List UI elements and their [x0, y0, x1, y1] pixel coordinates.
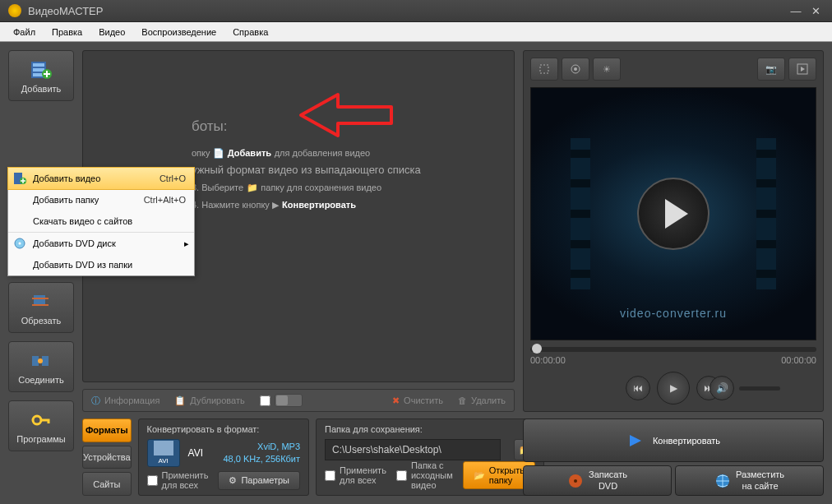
brightness-tool-button[interactable]: ☀	[593, 58, 621, 81]
volume-slider[interactable]	[739, 386, 780, 391]
preview-column: ☀ 📷 video-converter.ru 00:00:00 00:00:00…	[523, 50, 824, 496]
ddi-add-dvd[interactable]: Добавить DVD диск ▸	[8, 232, 194, 254]
sidebar: Добавить Добавить видео Ctrl+O Добавить …	[8, 50, 74, 496]
key-icon	[29, 409, 53, 432]
svg-rect-2	[33, 68, 44, 72]
preview-brand-text: video-converter.ru	[531, 307, 816, 320]
time-current: 00:00:00	[530, 355, 566, 365]
svg-point-17	[574, 67, 577, 71]
title-bar: ВидеоМАСТЕР — ✕	[0, 0, 832, 22]
svg-rect-10	[34, 295, 45, 305]
ddi-add-dvd-folder[interactable]: Добавить DVD из папки	[8, 254, 194, 275]
svg-marker-19	[801, 67, 805, 72]
app-title: ВидеоМАСТЕР	[28, 5, 103, 17]
sidebar-programs[interactable]: Программы	[8, 400, 74, 451]
delete-button[interactable]: 🗑Удалить	[458, 395, 506, 405]
crop-icon	[29, 290, 53, 313]
arrow-hint-icon	[297, 90, 395, 140]
prev-button[interactable]: ⏮	[626, 376, 650, 400]
apply-all-save-checkbox[interactable]: Применить для всех	[325, 465, 386, 485]
sidebar-join[interactable]: Соединить	[8, 341, 74, 392]
apply-all-format-checkbox[interactable]: Применить для всех	[147, 470, 209, 490]
play-overlay-button[interactable]	[637, 178, 710, 250]
info-button[interactable]: ⓘИнформация	[91, 395, 159, 407]
gear-icon: ⚙	[229, 475, 237, 486]
ddi-add-video[interactable]: Добавить видео Ctrl+O	[7, 167, 195, 190]
join-icon	[29, 349, 53, 372]
playback-controls: ⏮ ▶ ⏭ 🔊	[530, 372, 816, 405]
menu-video[interactable]: Видео	[90, 25, 133, 39]
svg-rect-1	[33, 63, 44, 67]
fullscreen-button[interactable]	[788, 58, 816, 81]
add-dropdown-menu: Добавить видео Ctrl+O Добавить папку Ctr…	[7, 167, 195, 276]
folder-icon: 📂	[474, 470, 485, 481]
source-folder-checkbox[interactable]: Папка с исходным видео	[396, 460, 453, 490]
sun-icon: ☀	[603, 64, 611, 75]
tab-sites[interactable]: Сайты	[82, 472, 132, 496]
menu-help[interactable]: Справка	[224, 25, 276, 39]
svg-point-14	[33, 416, 41, 424]
volume-button[interactable]: 🔊	[710, 376, 734, 400]
menu-file[interactable]: Файл	[5, 25, 44, 39]
plus-icon: 📄	[213, 148, 224, 158]
folder-icon: 📁	[247, 183, 258, 192]
tab-devices[interactable]: Устройства	[82, 446, 132, 469]
ddi-download[interactable]: Скачать видео с сайтов	[8, 210, 194, 232]
svg-point-8	[19, 243, 21, 245]
tabs: Форматы Устройства Сайты	[82, 418, 132, 496]
app-logo-icon	[8, 4, 21, 17]
disc-burn-icon	[567, 473, 584, 489]
play-button[interactable]: ▶	[657, 372, 690, 405]
minimize-button[interactable]: —	[788, 4, 804, 17]
snapshot-button[interactable]: 📷	[757, 58, 785, 81]
clear-button[interactable]: ✖Очистить	[392, 395, 443, 406]
camera-icon: 📷	[765, 64, 777, 75]
crop-tool-button[interactable]	[530, 58, 558, 81]
sidebar-crop[interactable]: Обрезать	[8, 282, 74, 333]
duplicate-button[interactable]: 📋Дублировать	[174, 395, 244, 406]
save-panel: Папка для сохранения: C:\Users\shake\Des…	[316, 418, 544, 496]
selection-toggle[interactable]	[260, 394, 303, 407]
film-add-icon	[13, 172, 26, 185]
time-total: 00:00:00	[781, 355, 816, 365]
convert-icon	[626, 432, 645, 450]
format-badge-icon: AVI	[147, 439, 180, 467]
menu-bar: Файл Правка Видео Воспроизведение Справк…	[0, 22, 832, 42]
publish-button[interactable]: Разместитьна сайте	[675, 465, 824, 496]
tab-formats[interactable]: Форматы	[82, 418, 132, 442]
seek-bar[interactable]	[530, 347, 816, 352]
close-button[interactable]: ✕	[807, 4, 824, 17]
svg-rect-12	[42, 356, 49, 366]
params-button[interactable]: ⚙Параметры	[218, 471, 300, 490]
svg-rect-11	[32, 356, 39, 366]
preview-box: ☀ 📷 video-converter.ru 00:00:00 00:00:00…	[523, 50, 824, 412]
action-box: Конвертировать ЗаписатьDVD Разместитьна …	[523, 418, 824, 496]
globe-icon	[714, 473, 731, 489]
format-panel: Конвертировать в формат: AVI AVI XviD, M…	[138, 418, 309, 496]
play-icon: ▶	[272, 200, 279, 210]
info-bar: ⓘИнформация 📋Дублировать ✖Очистить 🗑Удал…	[82, 389, 515, 412]
burn-dvd-button[interactable]: ЗаписатьDVD	[523, 465, 672, 496]
convert-button[interactable]: Конвертировать	[523, 418, 824, 462]
disc-icon	[13, 237, 26, 250]
enhance-tool-button[interactable]	[562, 58, 589, 81]
format-selector[interactable]: AVI AVI XviD, MP3 48,0 KHz, 256Кбит	[147, 439, 300, 467]
svg-point-22	[574, 479, 577, 483]
sidebar-add-label: Добавить	[21, 84, 62, 94]
preview-video[interactable]: video-converter.ru	[530, 87, 816, 340]
sidebar-add[interactable]: Добавить	[8, 50, 74, 101]
film-add-icon	[29, 58, 53, 81]
ddi-add-folder[interactable]: Добавить папку Ctrl+Alt+O	[8, 189, 194, 210]
svg-point-13	[38, 358, 43, 363]
svg-rect-15	[540, 65, 548, 73]
menu-edit[interactable]: Правка	[44, 25, 90, 39]
chevron-right-icon: ▸	[184, 238, 189, 249]
save-path-field[interactable]: C:\Users\shake\Desktop\	[325, 439, 501, 460]
svg-marker-20	[630, 435, 641, 446]
menu-playback[interactable]: Воспроизведение	[133, 25, 224, 39]
